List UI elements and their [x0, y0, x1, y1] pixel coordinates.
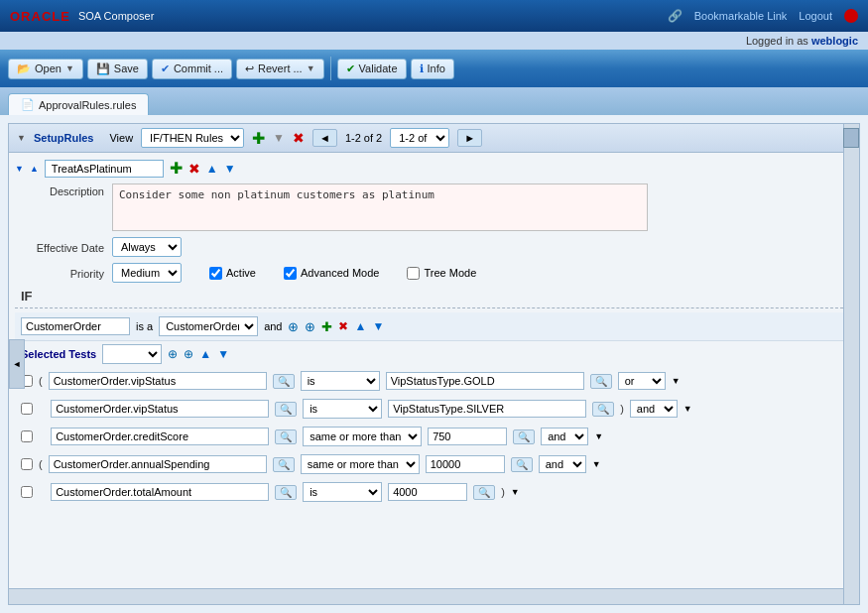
cond-2-operator[interactable]: is — [303, 399, 382, 419]
move-cond-down[interactable]: ▼ — [372, 319, 384, 333]
save-button[interactable]: 💾 Save — [87, 59, 148, 79]
cond-3-field[interactable] — [51, 428, 269, 445]
cond-3-operator[interactable]: same or more than — [303, 427, 422, 446]
cond-4-connector[interactable]: and — [539, 455, 586, 473]
cond-2-value-search[interactable]: 🔍 — [592, 402, 614, 417]
condition-row-2: _ 🔍 is 🔍 ) and ▼ — [15, 395, 853, 423]
app-header: ORACLE SOA Composer 🔗 Bookmarkable Link … — [0, 0, 868, 32]
rule-collapse-tri-up[interactable]: ▲ — [30, 164, 39, 174]
cond-5-search-icon[interactable]: 🔍 — [275, 485, 297, 500]
cond-5-field[interactable] — [51, 483, 269, 501]
revert-dropdown-arrow[interactable]: ▼ — [307, 63, 315, 73]
add-cond-button[interactable]: ✚ — [321, 319, 332, 334]
rule-section: ▼ ▲ ✚ ✖ ▲ ▼ Description Consider some no… — [9, 153, 859, 597]
tab-approval-rules[interactable]: 📄 ApprovalRules.rules — [8, 93, 149, 115]
and-label-main: and — [264, 320, 282, 332]
priority-select[interactable]: Medium — [112, 263, 182, 283]
left-expand-button[interactable]: ◄ — [9, 339, 25, 389]
open-dropdown-arrow[interactable]: ▼ — [65, 63, 74, 73]
move-rule-down-button[interactable]: ▼ — [224, 162, 236, 176]
collapse-triangle[interactable]: ▼ — [17, 133, 26, 143]
cond-5-dropdown[interactable]: ▼ — [511, 487, 520, 497]
vertical-scrollbar[interactable] — [843, 124, 859, 604]
revert-button[interactable]: ↩ Revert ... ▼ — [236, 59, 324, 79]
cond-2-search-icon[interactable]: 🔍 — [275, 402, 297, 417]
cond-4-open-paren: ( — [39, 458, 43, 470]
next-page-button[interactable]: ► — [457, 129, 482, 147]
cond-4-search-icon[interactable]: 🔍 — [273, 457, 295, 472]
remove-rule-button[interactable]: ✖ — [188, 161, 200, 177]
del-cond-button[interactable]: ✖ — [338, 319, 348, 333]
cond-1-operator[interactable]: is — [301, 371, 380, 391]
add-test-icon[interactable]: ⊕ — [305, 319, 315, 334]
add-rule-dropdown[interactable]: ▼ — [273, 131, 285, 145]
prev-page-button[interactable]: ◄ — [312, 129, 337, 147]
cond-1-field[interactable] — [49, 372, 267, 390]
rule-name-input[interactable] — [45, 160, 164, 178]
cond-4-operator[interactable]: same or more than — [301, 454, 420, 474]
logout-link[interactable]: Logout — [799, 10, 832, 22]
cond-2-connector[interactable]: and — [630, 400, 678, 418]
save-label: Save — [114, 62, 139, 74]
selected-tests-select[interactable] — [102, 344, 162, 364]
cond-3-dropdown[interactable]: ▼ — [594, 431, 603, 441]
cond-5-checkbox[interactable] — [21, 486, 33, 498]
delete-rule-button[interactable]: ✖ — [293, 130, 305, 146]
add-to-rule-button[interactable]: ✚ — [170, 159, 183, 178]
cond-5-value[interactable] — [388, 483, 467, 501]
tree-mode-checkbox[interactable] — [407, 267, 420, 280]
commit-button[interactable]: ✔ Commit ... — [152, 59, 232, 79]
test-move-up[interactable]: ▲ — [199, 347, 211, 361]
commit-label: Commit ... — [174, 62, 223, 74]
info-button[interactable]: ℹ Info — [411, 59, 454, 79]
cond-3-value-search[interactable]: 🔍 — [513, 429, 535, 444]
cond-2-value[interactable] — [388, 400, 586, 418]
main-cond-type-select[interactable]: CustomerOrder — [159, 316, 258, 336]
add-rule-button[interactable]: ✚ — [252, 129, 265, 148]
cond-2-dropdown[interactable]: ▼ — [683, 404, 692, 414]
cond-4-value-search[interactable]: 🔍 — [511, 457, 533, 472]
horizontal-scrollbar[interactable] — [9, 588, 843, 604]
advanced-mode-label: Advanced Mode — [301, 267, 380, 279]
view-label: View — [109, 132, 133, 144]
cond-1-connector[interactable]: or — [618, 372, 666, 390]
open-button[interactable]: 📂 Open ▼ — [8, 59, 83, 79]
description-textarea[interactable]: Consider some non platinum customers as … — [112, 184, 648, 231]
cond-3-connector[interactable]: and — [541, 428, 588, 445]
logout-icon — [844, 9, 858, 23]
scrollbar-thumb[interactable] — [843, 128, 859, 148]
cond-5-close-paren: ) — [501, 486, 505, 498]
validate-button[interactable]: ✔ Validate — [337, 59, 407, 79]
test-move-down[interactable]: ▼ — [217, 347, 229, 361]
bookmarkable-link[interactable]: Bookmarkable Link — [694, 10, 788, 22]
cond-5-value-search[interactable]: 🔍 — [473, 485, 495, 500]
active-checkbox[interactable] — [209, 267, 222, 280]
cond-3-open-paren: _ — [39, 430, 45, 442]
add-group-icon[interactable]: ⊕ — [288, 319, 299, 334]
effective-date-select[interactable]: Always — [112, 237, 182, 257]
move-cond-up[interactable]: ▲ — [354, 319, 366, 333]
view-select[interactable]: IF/THEN Rules — [141, 128, 244, 148]
cond-4-dropdown[interactable]: ▼ — [592, 459, 601, 469]
cond-1-value-search[interactable]: 🔍 — [590, 374, 612, 389]
cond-2-checkbox[interactable] — [21, 403, 33, 415]
cond-2-field[interactable] — [51, 400, 269, 418]
cond-3-search-icon[interactable]: 🔍 — [275, 429, 297, 444]
cond-4-field[interactable] — [49, 455, 267, 473]
page-select[interactable]: 1-2 of 2 — [390, 128, 449, 148]
move-rule-up-button[interactable]: ▲ — [206, 162, 218, 176]
cond-1-search-icon[interactable]: 🔍 — [273, 374, 295, 389]
test-add-group[interactable]: ⊕ — [168, 347, 178, 361]
test-add-item[interactable]: ⊕ — [184, 347, 193, 361]
cond-4-value[interactable] — [426, 455, 505, 473]
cond-1-value[interactable] — [386, 372, 584, 390]
cond-1-dropdown[interactable]: ▼ — [672, 376, 681, 386]
cond-3-value[interactable] — [428, 428, 507, 445]
advanced-mode-checkbox[interactable] — [284, 267, 297, 280]
link-icon: 🔗 — [668, 9, 682, 23]
rule-collapse-tri-down[interactable]: ▼ — [15, 164, 24, 174]
cond-4-checkbox[interactable] — [21, 458, 33, 470]
cond-5-operator[interactable]: is — [303, 482, 382, 502]
main-cond-field[interactable] — [21, 317, 130, 335]
cond-3-checkbox[interactable] — [21, 430, 33, 442]
